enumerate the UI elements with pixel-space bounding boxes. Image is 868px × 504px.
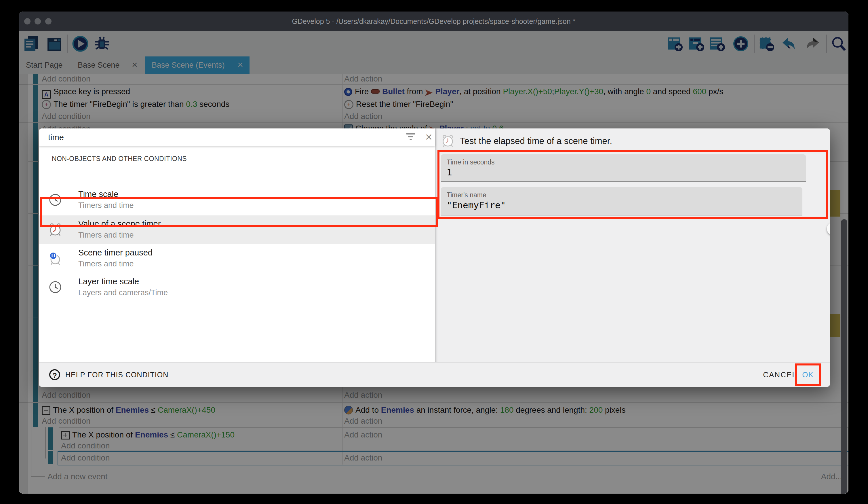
- item-title: Scene timer paused: [78, 248, 153, 258]
- search-input[interactable]: [48, 131, 308, 144]
- close-icon[interactable]: ×: [422, 129, 436, 145]
- filter-icon[interactable]: [405, 131, 416, 143]
- item-subtitle: Layers and cameras/Time: [78, 288, 168, 297]
- help-link[interactable]: HELP FOR THIS CONDITION: [65, 363, 168, 387]
- search-bar: ×: [39, 129, 435, 146]
- clock-icon: [49, 281, 62, 294]
- item-subtitle: Timers and time: [78, 259, 134, 269]
- condition-list-panel: NON-OBJECTS AND OTHER CONDITIONS Time sc…: [39, 146, 435, 362]
- dialog-footer: ? HELP FOR THIS CONDITION CANCEL OK: [39, 362, 830, 387]
- annotation-box-parameter-fields: [437, 150, 828, 219]
- item-subtitle: Timers and time: [78, 230, 134, 240]
- app-window: GDevelop 5 - /Users/dkarakay/Documents/G…: [19, 11, 848, 494]
- window-title: GDevelop 5 - /Users/dkarakay/Documents/G…: [19, 11, 848, 31]
- item-title: Layer time scale: [78, 276, 139, 286]
- section-header: NON-OBJECTS AND OTHER CONDITIONS: [52, 155, 187, 163]
- titlebar: GDevelop 5 - /Users/dkarakay/Documents/G…: [19, 11, 848, 31]
- list-item-layer-time-scale[interactable]: Layer time scale Layers and cameras/Time: [39, 273, 435, 302]
- help-icon[interactable]: ?: [49, 369, 60, 380]
- annotation-box-ok-button: [795, 363, 821, 386]
- annotation-box-selected-condition: [40, 197, 438, 227]
- alarm-clock-paused-icon: [49, 252, 62, 265]
- list-item-scene-timer-paused[interactable]: Scene timer paused Timers and time: [39, 244, 435, 273]
- screenshot-root: GDevelop 5 - /Users/dkarakay/Documents/G…: [0, 0, 868, 504]
- invert-condition-toggle-thumb[interactable]: [827, 222, 830, 235]
- panel-header: Test the elapsed time of a scene timer.: [460, 135, 612, 147]
- alarm-clock-icon: [442, 134, 454, 147]
